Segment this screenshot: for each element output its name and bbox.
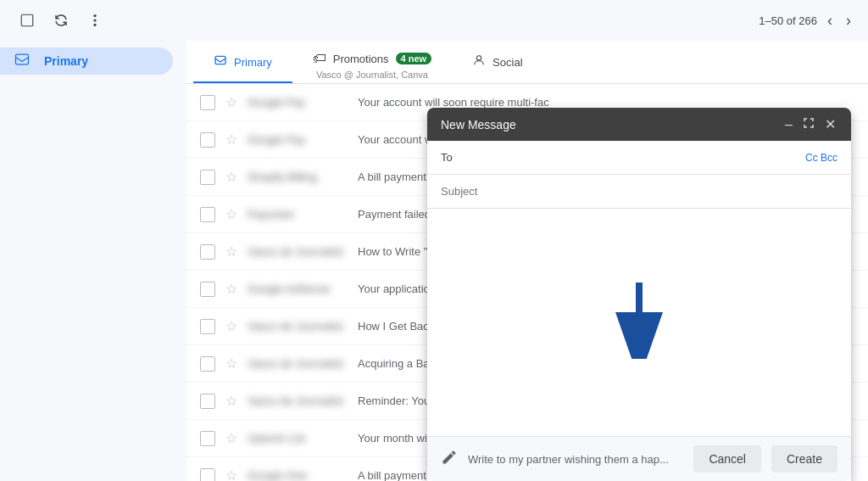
primary-tab-icon: [214, 53, 227, 70]
sidebar-item-primary[interactable]: Primary: [0, 48, 173, 75]
row-checkbox[interactable]: [200, 207, 215, 222]
email-sender: Upwork List: [248, 432, 358, 445]
row-checkbox[interactable]: [200, 356, 215, 372]
compose-footer: Write to my partner wishing them a hap..…: [427, 436, 851, 481]
svg-point-2: [93, 19, 96, 21]
row-checkbox[interactable]: [200, 95, 215, 110]
compose-to-field: To Cc Bcc: [427, 141, 851, 175]
email-sender: Google One: [248, 469, 358, 481]
star-icon[interactable]: ☆: [225, 169, 237, 185]
row-checkbox[interactable]: [200, 170, 215, 185]
compose-create-button[interactable]: Create: [771, 445, 837, 473]
row-checkbox[interactable]: [200, 319, 215, 334]
promotions-tab-icon: 🏷: [313, 51, 326, 66]
top-bar: 1–50 of 266 ‹ ›: [0, 0, 868, 41]
svg-point-6: [476, 56, 481, 60]
compose-expand-button[interactable]: [801, 115, 816, 134]
select-all-button[interactable]: [14, 7, 41, 34]
pagination-info: 1–50 of 266: [759, 14, 817, 27]
email-sender: Payoneer: [248, 208, 358, 221]
compose-cancel-button[interactable]: Cancel: [693, 445, 761, 473]
row-checkbox[interactable]: [200, 431, 215, 446]
row-checkbox[interactable]: [200, 132, 215, 148]
social-tab-icon: [472, 53, 486, 70]
row-checkbox[interactable]: [200, 282, 215, 297]
email-sender: Google AdSense: [248, 282, 358, 295]
email-sender: Shopify Billing: [248, 171, 358, 183]
compose-to-input[interactable]: [466, 151, 805, 164]
star-icon[interactable]: ☆: [225, 206, 237, 222]
star-icon[interactable]: ☆: [225, 393, 237, 409]
svg-point-3: [93, 24, 96, 26]
inbox-icon: [14, 51, 31, 72]
star-icon[interactable]: ☆: [225, 318, 237, 334]
star-icon[interactable]: ☆: [225, 430, 237, 446]
compose-body: [427, 209, 851, 436]
top-bar-right: 1–50 of 266 ‹ ›: [759, 8, 854, 33]
compose-subject-input[interactable]: [441, 185, 837, 198]
compose-header: New Message – ✕: [427, 108, 851, 141]
email-subject: Your account will soon require multi-fac: [358, 96, 854, 109]
row-checkbox[interactable]: [200, 244, 215, 260]
compose-cc-bcc-button[interactable]: Cc Bcc: [805, 152, 837, 164]
email-sender: Vasco de Journalist: [248, 320, 358, 333]
compose-header-actions: – ✕: [783, 115, 837, 134]
star-icon[interactable]: ☆: [225, 281, 237, 297]
refresh-button[interactable]: [47, 7, 75, 34]
star-icon[interactable]: ☆: [225, 131, 237, 148]
compose-ai-prompt-text: Write to my partner wishing them a hap..…: [468, 453, 683, 466]
svg-rect-4: [16, 54, 29, 64]
prev-page-button[interactable]: ‹: [824, 8, 836, 33]
star-icon[interactable]: ☆: [225, 467, 237, 481]
email-sender: Vasco de Journalist: [248, 357, 358, 370]
compose-close-button[interactable]: ✕: [823, 115, 837, 134]
compose-to-label: To: [441, 151, 466, 164]
compose-minimize-button[interactable]: –: [783, 115, 794, 134]
more-options-button[interactable]: [81, 7, 108, 34]
email-sender: Google Pay: [248, 96, 358, 109]
tab-promotions[interactable]: 🏷 Promotions 4 new Vasco @ Journalist, C…: [292, 41, 452, 83]
next-page-button[interactable]: ›: [843, 8, 854, 33]
tab-primary-label: Primary: [234, 56, 272, 69]
star-icon[interactable]: ☆: [225, 94, 237, 110]
svg-point-1: [93, 14, 96, 17]
compose-title: New Message: [441, 118, 516, 131]
email-sender: Vasco de Journalist: [248, 394, 358, 407]
star-icon[interactable]: ☆: [225, 355, 237, 372]
compose-subject-field: [427, 175, 851, 209]
tab-social-label: Social: [492, 56, 522, 69]
sidebar: Primary: [0, 41, 186, 481]
tab-social[interactable]: Social: [452, 41, 542, 83]
star-icon[interactable]: ☆: [225, 243, 237, 260]
email-sender: Vasco de Journalist: [248, 245, 358, 258]
compose-window: New Message – ✕ To Cc Bcc: [427, 108, 851, 481]
top-bar-left: [14, 7, 108, 34]
svg-rect-0: [21, 14, 33, 26]
ai-pen-icon: [441, 449, 458, 470]
row-checkbox[interactable]: [200, 468, 215, 482]
tab-primary[interactable]: Primary: [193, 41, 292, 83]
tabs-bar: Primary 🏷 Promotions 4 new Vasco @ Journ…: [186, 41, 868, 84]
email-sender: Google Pay: [248, 133, 358, 146]
tab-promotions-label: Promotions: [333, 53, 389, 65]
compose-body-textarea[interactable]: [427, 209, 851, 436]
promotions-badge: 4 new: [396, 53, 432, 64]
row-checkbox[interactable]: [200, 394, 215, 409]
promotions-subtitle: Vasco @ Journalist, Canva: [316, 70, 428, 80]
sidebar-primary-label: Primary: [44, 54, 88, 68]
